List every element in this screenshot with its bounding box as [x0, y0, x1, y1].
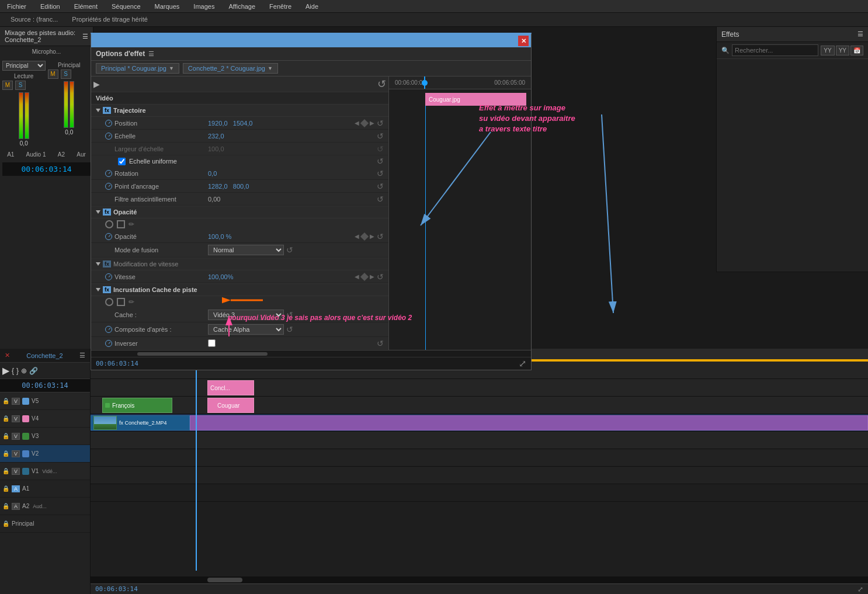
- lock-A1[interactable]: 🔒: [2, 485, 9, 492]
- options-menu-icon[interactable]: ☰: [148, 50, 154, 58]
- param-value-position[interactable]: 1920,0 1504,0: [208, 120, 252, 127]
- opacity-circle-icon[interactable]: [105, 220, 113, 228]
- kf-left-opacite[interactable]: ◀: [355, 233, 359, 239]
- stopwatch-ancrage[interactable]: [105, 183, 112, 190]
- clip-couguar-v3[interactable]: Couguar: [207, 398, 254, 413]
- principal-select-1[interactable]: Principal: [2, 61, 46, 71]
- kf-diamond-opacite[interactable]: [360, 232, 369, 240]
- kf-diamond-vitesse[interactable]: [360, 272, 369, 280]
- reset-vitesse[interactable]: ↺: [377, 273, 384, 281]
- tab-source[interactable]: Source : (franc...: [5, 14, 64, 26]
- opacite-header[interactable]: fx Opacité: [91, 206, 388, 218]
- stopwatch-rotation[interactable]: [105, 170, 112, 177]
- eye-V2[interactable]: V: [12, 450, 20, 457]
- effect-scrollbar-thumb[interactable]: [137, 352, 268, 356]
- audio-mixer-menu-icon[interactable]: ☰: [82, 33, 88, 40]
- timeline-h-scrollbar[interactable]: [91, 576, 868, 583]
- effects-search-input[interactable]: [732, 44, 818, 56]
- composite-select[interactable]: Cache Alpha Luminance: [208, 324, 284, 335]
- lock-V5[interactable]: 🔒: [2, 398, 9, 404]
- incrustation-square-icon[interactable]: [117, 298, 125, 306]
- stopwatch-composite[interactable]: [105, 326, 112, 333]
- stopwatch-inverser[interactable]: [105, 340, 112, 347]
- param-value-vitesse[interactable]: 100,00%: [208, 273, 243, 280]
- mute-btn-1[interactable]: M: [2, 81, 13, 90]
- mode-fusion-select[interactable]: Normal Fondu: [208, 245, 284, 255]
- solo-btn-2[interactable]: S: [61, 70, 71, 79]
- clip-conchette-continuation[interactable]: [190, 415, 868, 430]
- kf-right-position[interactable]: ▶: [370, 120, 374, 126]
- mute-btn-2[interactable]: M: [48, 70, 58, 79]
- lock-V4[interactable]: 🔒: [2, 415, 9, 422]
- clip-right-btn[interactable]: Conchette_2 * Couguar.jpg ▼: [183, 63, 278, 74]
- out-btn[interactable]: }: [16, 367, 19, 375]
- filter-btn-3[interactable]: 📅: [850, 46, 863, 55]
- stopwatch-opacite[interactable]: [105, 233, 112, 240]
- param-value-filtre[interactable]: 0,00: [208, 196, 243, 203]
- reset-position[interactable]: ↺: [377, 119, 384, 127]
- clip-left-btn[interactable]: Principal * Couguar.jpg ▼: [96, 63, 179, 74]
- reset-rotation[interactable]: ↺: [377, 169, 384, 178]
- stopwatch-position[interactable]: [105, 120, 112, 127]
- lock-V2[interactable]: 🔒: [2, 450, 9, 457]
- menu-marques[interactable]: Marques: [152, 2, 182, 11]
- timeline-scrollbar-thumb[interactable]: [207, 578, 242, 582]
- lock-V3[interactable]: 🔒: [2, 433, 9, 439]
- kf-left-vitesse[interactable]: ◀: [355, 273, 359, 280]
- menu-element[interactable]: Elément: [72, 2, 100, 11]
- filter-btn-2[interactable]: YY: [836, 46, 849, 55]
- link-btn[interactable]: 🔗: [29, 367, 38, 375]
- menu-edition[interactable]: Edition: [38, 2, 63, 11]
- vitesse-header[interactable]: fx Modification de vitesse: [91, 258, 388, 270]
- kf-diamond-position[interactable]: [360, 119, 369, 127]
- effect-dialog-scrollbar[interactable]: [91, 350, 531, 357]
- kf-right-opacite[interactable]: ▶: [370, 233, 374, 239]
- reset-opacite[interactable]: ↺: [377, 232, 384, 241]
- checkbox-echelle-uniforme[interactable]: [118, 158, 126, 165]
- solo-btn-1[interactable]: S: [15, 81, 26, 90]
- effect-dialog-expand-icon[interactable]: ⤢: [519, 358, 526, 369]
- reset-filtre[interactable]: ↺: [377, 195, 384, 203]
- incrustation-pen-icon[interactable]: ✏: [129, 298, 134, 306]
- timeline-expand-btn[interactable]: ⤢: [857, 585, 863, 593]
- param-value-opacite[interactable]: 100,0 %: [208, 233, 243, 240]
- reset-fusion[interactable]: ↺: [286, 246, 293, 254]
- effects-menu-icon[interactable]: ☰: [857, 30, 863, 38]
- incrustation-header[interactable]: fx Incrustation Cache de piste: [91, 283, 388, 296]
- opacity-pen-icon[interactable]: ✏: [129, 220, 134, 228]
- sequence-menu-icon[interactable]: ☰: [79, 352, 85, 359]
- clip-francois[interactable]: François: [102, 398, 172, 413]
- eye-V4[interactable]: V: [12, 415, 20, 422]
- kf-right-vitesse[interactable]: ▶: [370, 273, 374, 280]
- opacity-square-icon[interactable]: [117, 220, 125, 228]
- incrustation-circle-icon[interactable]: [105, 298, 113, 306]
- kf-left-position[interactable]: ◀: [355, 120, 359, 126]
- menu-fichier[interactable]: Fichier: [5, 2, 29, 11]
- reset-all-btn[interactable]: ↺: [377, 78, 386, 91]
- clip-conchette-mp4[interactable]: fx Conchette_2.MP4: [91, 415, 190, 430]
- lock-V1[interactable]: 🔒: [2, 468, 9, 474]
- lock-Principal[interactable]: 🔒: [2, 520, 9, 527]
- menu-fenetre[interactable]: Fenêtre: [267, 2, 294, 11]
- play-btn[interactable]: ▶: [93, 79, 100, 89]
- reset-uniforme[interactable]: ↺: [377, 157, 384, 165]
- eye-A1[interactable]: A: [12, 485, 20, 492]
- in-btn[interactable]: {: [12, 367, 14, 375]
- reset-echelle[interactable]: ↺: [377, 132, 384, 140]
- menu-affichage[interactable]: Affichage: [226, 2, 258, 11]
- reset-inverser[interactable]: ↺: [377, 339, 384, 348]
- reset-ancrage[interactable]: ↺: [377, 182, 384, 190]
- param-value-ancrage[interactable]: 1282,0 800,0: [208, 183, 249, 190]
- reset-composite[interactable]: ↺: [286, 325, 293, 334]
- eye-V3[interactable]: V: [12, 433, 20, 440]
- stopwatch-echelle[interactable]: [105, 133, 112, 140]
- trajectoire-header[interactable]: fx Trajectoire: [91, 105, 388, 117]
- checkbox-inverser[interactable]: [208, 339, 216, 347]
- menu-aide[interactable]: Aide: [303, 2, 321, 11]
- clip-concluent[interactable]: Concl...: [207, 380, 254, 395]
- sequence-close-icon[interactable]: ✕: [5, 352, 10, 359]
- param-value-echelle[interactable]: 232,0: [208, 133, 243, 140]
- filter-btn-1[interactable]: YY: [821, 46, 834, 55]
- tab-properties[interactable]: Propriétés de titrage hérité: [66, 14, 154, 26]
- lock-A2[interactable]: 🔒: [2, 503, 9, 509]
